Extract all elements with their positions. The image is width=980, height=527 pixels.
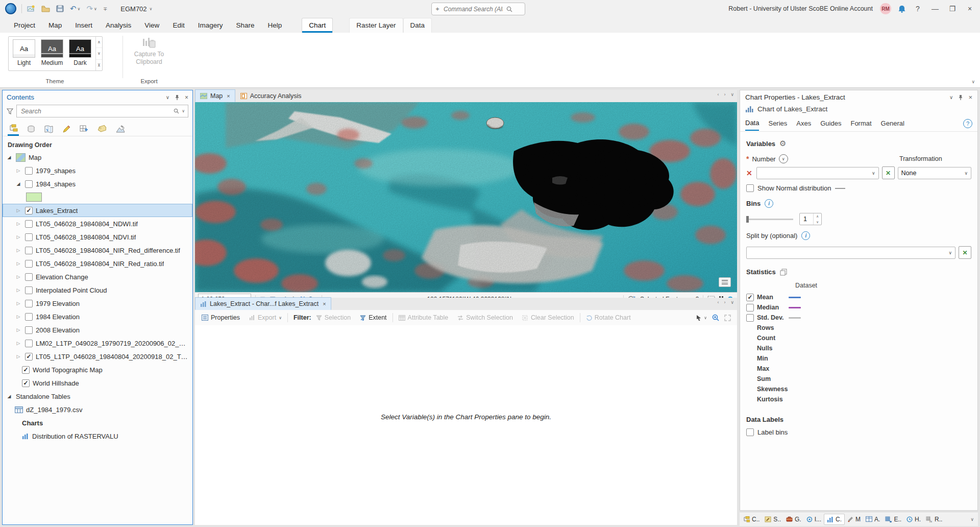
expander-icon[interactable]: ▷ (15, 354, 22, 359)
tab-analysis[interactable]: Analysis (99, 18, 138, 33)
layer-item-ndwi[interactable]: ▷ LT05_046028_19840804_NDWI.tif (3, 217, 192, 230)
layer-item-lt05-tif[interactable]: ▷ LT05_L1TP_046028_19840804_20200918_02_… (3, 350, 192, 363)
list-by-snapping-icon[interactable] (79, 122, 89, 136)
help-button[interactable]: ? (913, 5, 923, 13)
chart-canvas[interactable]: Select Variable(s) in the Chart Properti… (195, 325, 737, 525)
theme-medium[interactable]: Aa Medium (40, 39, 64, 68)
expander-icon[interactable]: ▷ (15, 221, 22, 226)
tab-help[interactable]: Help (261, 18, 288, 33)
dock-tab-contents[interactable]: C.. (741, 514, 762, 524)
tab-view[interactable]: View (138, 18, 166, 33)
list-by-labeling-icon[interactable] (96, 122, 108, 136)
tab-scroll-right-icon[interactable]: › (724, 92, 725, 97)
layer-item-map[interactable]: ◢ Map (3, 151, 192, 164)
pin-icon[interactable] (175, 94, 180, 101)
mean-checkbox[interactable] (746, 294, 754, 301)
tab-format[interactable]: Format (850, 119, 871, 130)
pin-icon[interactable] (958, 94, 963, 101)
median-checkbox[interactable] (746, 304, 754, 312)
help-icon[interactable]: ? (963, 119, 972, 128)
expander-icon[interactable]: ◢ (15, 181, 22, 186)
expander-icon[interactable]: ▷ (15, 234, 22, 239)
theme-light[interactable]: Aa Light (12, 39, 36, 68)
customize-qat-icon[interactable]: ∓ (103, 6, 107, 12)
layer-checkbox[interactable] (25, 260, 33, 268)
clear-selection-button[interactable]: Clear Selection (518, 310, 579, 325)
gallery-down-icon[interactable]: ∨ (96, 48, 102, 59)
tab-list-icon[interactable]: ∨ (730, 92, 734, 97)
filter-by-extent-button[interactable]: Extent (355, 310, 391, 325)
info-icon[interactable]: i (765, 199, 773, 208)
expression-button[interactable]: ✕ (882, 166, 895, 179)
tab-scroll-right-icon[interactable]: › (724, 300, 725, 305)
expander-icon[interactable]: ▷ (15, 274, 22, 279)
close-pane-icon[interactable]: × (968, 93, 972, 101)
bins-value[interactable]: 1 (800, 213, 813, 225)
contents-search-input[interactable] (20, 107, 174, 115)
tab-data[interactable]: Data (403, 18, 432, 33)
layer-checkbox[interactable] (25, 340, 33, 347)
tab-scroll-left-icon[interactable]: ‹ (717, 300, 719, 305)
tab-lakes-extract-chart[interactable]: Lakes_Extract - Char...f Lakes_Extract × (195, 297, 331, 310)
tab-imagery[interactable]: Imagery (191, 18, 230, 33)
layer-item-interpolated-point-cloud[interactable]: ▷ Interpolated Point Cloud (3, 283, 192, 297)
expression-button[interactable]: ✕ (959, 246, 971, 259)
table-item-dz-csv[interactable]: dZ_1984_1979.csv (3, 403, 192, 416)
dock-tab-geoprocessing[interactable]: G. (783, 514, 804, 524)
chart-export-button[interactable]: Export ∨ (244, 310, 286, 325)
expander-icon[interactable]: ◢ (6, 155, 13, 160)
tab-data[interactable]: Data (745, 119, 759, 131)
expander-icon[interactable]: ▷ (15, 208, 22, 213)
expander-icon[interactable]: ▷ (15, 288, 22, 293)
new-item-button[interactable] (27, 5, 35, 12)
pane-menu-icon[interactable]: ∨ (949, 94, 953, 100)
layer-item-world-topographic-map[interactable]: World Topographic Map (3, 363, 192, 376)
layer-item-elevation-change[interactable]: ▷ Elevation Change (3, 270, 192, 283)
tab-insert[interactable]: Insert (68, 18, 99, 33)
rotate-chart-button[interactable]: Rotate Chart (581, 310, 635, 325)
expander-icon[interactable]: ▷ (15, 248, 22, 253)
layer-item-lakes-extract[interactable]: ▷ Lakes_Extract (3, 204, 192, 217)
tab-axes[interactable]: Axes (796, 119, 811, 130)
dock-tab-locate[interactable]: I... (804, 514, 824, 524)
redo-dropdown-icon[interactable]: ∨ (94, 7, 97, 11)
layer-item-1984-shapes[interactable]: ◢ 1984_shapes (3, 177, 192, 190)
layer-checkbox[interactable] (25, 353, 33, 361)
command-search-input[interactable] (443, 5, 504, 13)
layer-checkbox[interactable] (22, 366, 30, 374)
notifications-bell-icon[interactable] (898, 5, 905, 13)
copy-icon[interactable] (780, 269, 787, 276)
gallery-up-icon[interactable]: ∧ (96, 37, 102, 48)
expander-icon[interactable]: ◢ (6, 394, 13, 399)
layer-checkbox[interactable] (25, 233, 33, 241)
expander-icon[interactable]: ▷ (15, 261, 22, 266)
dock-tab-symbology[interactable]: S.. (762, 514, 783, 524)
mean-line-swatch[interactable] (789, 297, 801, 298)
label-bins-checkbox[interactable] (746, 428, 754, 436)
number-options-icon[interactable]: ∨ (779, 154, 788, 163)
layer-checkbox[interactable] (25, 220, 33, 228)
undo-button[interactable]: ↶∨ (70, 4, 80, 13)
tab-edit[interactable]: Edit (166, 18, 191, 33)
dock-tab-attributes[interactable]: A. (863, 514, 883, 524)
dock-tab-chart-properties[interactable]: C. (824, 514, 845, 525)
dock-overflow-icon[interactable]: ∨ (970, 517, 977, 522)
minimize-button[interactable]: — (930, 5, 940, 13)
layer-checkbox[interactable] (25, 286, 33, 294)
avatar[interactable]: RM (880, 3, 891, 14)
layer-checkbox[interactable] (25, 247, 33, 254)
layer-item-ndvi[interactable]: ▷ LT05_046028_19840804_NDVI.tif (3, 230, 192, 244)
layer-item-world-hillshade[interactable]: World Hillshade (3, 376, 192, 390)
capture-to-clipboard-button[interactable]: Capture To Clipboard (131, 37, 167, 66)
contents-search-box[interactable]: ∨ (16, 105, 188, 117)
expander-icon[interactable]: ▷ (15, 327, 22, 332)
command-search[interactable]: ✦ (431, 3, 525, 15)
filter-icon[interactable] (7, 108, 13, 114)
dock-tab-raster-functions[interactable]: fx R.. (923, 514, 945, 524)
layer-checkbox[interactable] (25, 180, 33, 188)
spin-down-icon[interactable]: ∨ (814, 219, 821, 225)
tab-guides[interactable]: Guides (820, 119, 841, 130)
layer-checkbox[interactable] (25, 326, 33, 334)
list-by-data-source-icon[interactable] (26, 122, 36, 136)
attribute-table-button[interactable]: Attribute Table (394, 310, 453, 325)
